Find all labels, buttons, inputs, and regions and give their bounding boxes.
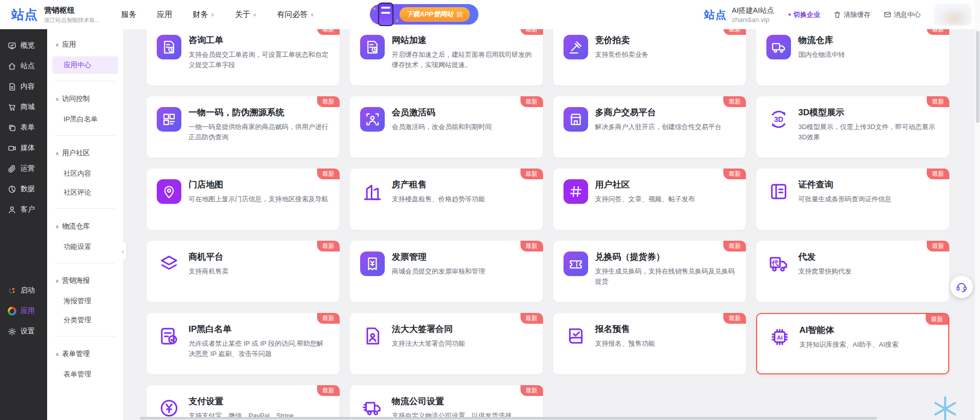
top-menu-item-关于[interactable]: 关于∨ bbox=[235, 10, 257, 19]
sidebar-item-表单[interactable]: 表单 bbox=[0, 117, 47, 138]
customer-service-widget[interactable] bbox=[950, 276, 973, 298]
list-check-icon bbox=[157, 324, 181, 348]
message-center-button[interactable]: 消息中心 bbox=[884, 10, 921, 19]
app-card-报名预售[interactable]: 最新报名预售支持报名、预售功能 bbox=[553, 313, 746, 374]
secondary-sidebar: ‹ ∧应用应用中心∧访问控制IP黑白名单∧用户社区社区内容社区评论∧物流仓库功能… bbox=[47, 29, 123, 420]
sidebar-item-客户[interactable]: 客户 bbox=[0, 199, 47, 220]
sidebar-item-应用[interactable]: 应用 bbox=[0, 301, 47, 321]
app-card-竞价拍卖[interactable]: 最新竞价拍卖支持竞价拍卖业务 bbox=[553, 29, 746, 86]
layers-icon bbox=[159, 254, 179, 274]
sidebar-collapse-button[interactable]: ‹ bbox=[119, 242, 127, 260]
app-card-商机平台[interactable]: 最新商机平台支持商机售卖 bbox=[147, 241, 340, 302]
submenu-section-物流仓库[interactable]: ∧物流仓库 bbox=[47, 216, 123, 237]
app-card-兑换码（提货券）[interactable]: 最新兑换码（提货券）支持生成兑换码，支持在线销售兑换码及兑换码提货 bbox=[553, 241, 746, 302]
document-clock-icon bbox=[157, 35, 181, 59]
app-card-text: 会员激活码会员激活码，改会员组和到期时间 bbox=[392, 106, 533, 132]
app-card-text: 法大大签署合同支持法大大签署合同功能 bbox=[392, 323, 533, 349]
app-card-物流公司设置[interactable]: 最新物流公司设置支持自定义物流公司设置，以供发货选择。 bbox=[350, 385, 543, 420]
storefront-icon bbox=[564, 107, 588, 132]
submenu-item-社区评论[interactable]: 社区评论 bbox=[52, 184, 118, 201]
app-card-房产租售[interactable]: 最新房产租售支持楼盘租售、价格趋势等功能 bbox=[350, 169, 543, 230]
new-badge: 最新 bbox=[317, 169, 340, 179]
submenu-section-用户社区[interactable]: ∧用户社区 bbox=[47, 143, 123, 163]
invoice-icon bbox=[365, 256, 380, 271]
grid-code-icon bbox=[161, 112, 177, 127]
submenu-section-应用[interactable]: ∧应用 bbox=[47, 34, 123, 55]
brand-subtitle: 浙江站点智能技术有... bbox=[44, 16, 99, 24]
submenu-item-IP黑白名单[interactable]: IP黑白名单 bbox=[52, 111, 118, 128]
app-card-title: 物流公司设置 bbox=[392, 395, 533, 407]
chevron-down-icon: ∨ bbox=[211, 12, 214, 17]
app-card-发票管理[interactable]: 最新发票管理商城会员提交的发票审核和管理 bbox=[350, 241, 543, 302]
app-card-text: 物流仓库国内仓物流中转 bbox=[798, 34, 939, 60]
sidebar-item-数据[interactable]: 数据 bbox=[0, 179, 47, 199]
sidebar-item-设置[interactable]: 设置 bbox=[0, 321, 47, 342]
app-card-咨询工单[interactable]: 最新咨询工单支持会员提交工单咨询，可设置工单状态和自定义提交工单字段 bbox=[147, 29, 340, 86]
app-card-description: 可在地图上显示门店信息，支持地区搜索及导航 bbox=[189, 194, 329, 204]
app-card-AI智能体[interactable]: 最新AI智能体支持知识库搜索、AI助手、AI搜索 bbox=[756, 313, 949, 374]
contract-icon bbox=[362, 326, 383, 346]
top-menu-item-应用[interactable]: 应用 bbox=[157, 10, 172, 19]
app-card-3D模型展示[interactable]: 最新3D模型展示3D模型展示，仅需上传3D文件，即可动态展示3D效果 bbox=[756, 96, 949, 158]
paperclip-icon bbox=[8, 164, 16, 173]
app-card-物流仓库[interactable]: 最新物流仓库国内仓物流中转 bbox=[756, 29, 949, 86]
submenu-item-应用中心[interactable]: 应用中心 bbox=[52, 56, 118, 74]
app-card-会员激活码[interactable]: 最新会员激活码会员激活码，改会员组和到期时间 bbox=[350, 96, 543, 158]
submenu-section-title: 应用 bbox=[62, 40, 76, 49]
sidebar-item-启动[interactable]: 启动 bbox=[0, 280, 47, 301]
chevron-down-icon: ∨ bbox=[253, 12, 257, 17]
sidebar-item-概览[interactable]: 概览 bbox=[0, 35, 47, 56]
app-card-title: 法大大签署合同 bbox=[392, 323, 533, 335]
app-card-text: 物流公司设置支持自定义物流公司设置，以供发货选择。 bbox=[392, 395, 533, 420]
grid-code-icon bbox=[157, 107, 181, 132]
app-card-用户社区[interactable]: 最新用户社区支持问答、文章、视频、帖子发布 bbox=[553, 169, 746, 230]
app-card-法大大签署合同[interactable]: 最新法大大签署合同支持法大大签署合同功能 bbox=[350, 313, 543, 374]
submenu-section-访问控制[interactable]: ∧访问控制 bbox=[47, 89, 123, 109]
top-menu-item-有问必答[interactable]: 有问必答∨ bbox=[277, 10, 314, 19]
submenu-item-表单管理[interactable]: 表单管理 bbox=[52, 366, 118, 383]
app-card-text: 3D模型展示3D模型展示，仅需上传3D文件，即可动态展示3D效果 bbox=[798, 106, 939, 142]
submenu-item-功能设置[interactable]: 功能设置 bbox=[52, 238, 118, 256]
clear-cache-button[interactable]: 清除缓存 bbox=[833, 10, 870, 19]
app-window: 站点 营销枢纽 浙江站点智能技术有... 服务应用财务∨关于∨有问必答∨ + +… bbox=[0, 0, 980, 420]
submenu-section-表单管理[interactable]: ∧表单管理 bbox=[47, 344, 123, 364]
app-card-多商户交易平台[interactable]: 最新多商户交易平台解决多商户入驻开店，创建综合性交易平台 bbox=[553, 96, 746, 158]
ticket-icon bbox=[568, 256, 583, 271]
top-right-tools: 站点 AI搭建AI站点 zhandian.vip ▼ 切换企业 清除缓存 消息中… bbox=[704, 0, 972, 29]
sidebar-item-站点[interactable]: 站点 bbox=[0, 56, 47, 76]
app-card-title: 会员激活码 bbox=[392, 107, 533, 118]
sidebar-item-商城[interactable]: 商城 bbox=[0, 97, 47, 117]
app-card-门店地图[interactable]: 最新门店地图可在地图上显示门店信息，支持地区搜索及导航 bbox=[147, 169, 340, 230]
top-menu-label: 关于 bbox=[235, 10, 251, 19]
app-card-IP黑白名单[interactable]: 最新IP黑白名单允许或者禁止某些 IP 或 IP 段的访问,帮助您解决恶意 IP… bbox=[147, 313, 340, 374]
app-card-text: 代发支持窝里快购代发 bbox=[798, 250, 939, 277]
submenu-section-营销海报[interactable]: ∧营销海报 bbox=[47, 270, 123, 291]
app-card-支付设置[interactable]: 最新支付设置支持支付宝、微信、PayPal、Stripe、AsiaPay、抖音支… bbox=[147, 385, 340, 420]
app-card-网站加速[interactable]: 最新网站加速开启缓存加速之后，建站页面将启用我司研发的缓存技术，实现网站提速。 bbox=[350, 29, 543, 86]
switch-company-button[interactable]: ▼ 切换企业 bbox=[787, 10, 820, 19]
app-card-text: 门店地图可在地图上显示门店信息，支持地区搜索及导航 bbox=[189, 178, 329, 204]
home-icon bbox=[8, 62, 16, 71]
avatar[interactable] bbox=[934, 4, 972, 26]
sidebar-item-运营[interactable]: 运营 bbox=[0, 158, 47, 179]
download-app-banner[interactable]: + + 下载APP管网站 bbox=[370, 4, 478, 25]
submenu-section-title: 用户社区 bbox=[62, 149, 90, 158]
sidebar-item-媒体[interactable]: 媒体 bbox=[0, 138, 47, 158]
top-menu-item-服务[interactable]: 服务 bbox=[121, 10, 136, 19]
site-logo: 站点 bbox=[704, 8, 727, 22]
submenu-item-分类管理[interactable]: 分类管理 bbox=[52, 311, 118, 329]
horizontal-scrollbar[interactable] bbox=[123, 417, 980, 420]
download-app-button[interactable]: 下载APP管网站 bbox=[400, 7, 470, 22]
submenu-item-海报管理[interactable]: 海报管理 bbox=[52, 292, 118, 310]
top-menu-item-财务[interactable]: 财务∨ bbox=[193, 10, 214, 19]
app-card-description: 支持竞价拍卖业务 bbox=[595, 50, 736, 60]
current-site: 站点 AI搭建AI站点 zhandian.vip bbox=[704, 6, 774, 24]
vertical-scrollbar[interactable] bbox=[975, 0, 980, 420]
top-menu: 服务应用财务∨关于∨有问必答∨ bbox=[121, 10, 314, 19]
app-card-代发[interactable]: 最新代发支持窝里快购代发 bbox=[756, 241, 949, 302]
new-badge: 最新 bbox=[317, 241, 340, 251]
submenu-item-社区内容[interactable]: 社区内容 bbox=[52, 165, 118, 182]
sidebar-item-内容[interactable]: 内容 bbox=[0, 76, 47, 97]
app-card-证件查询[interactable]: 最新证件查询可批量生成条形码查询证件信息 bbox=[756, 169, 949, 230]
app-card-一物一码，防伪溯源系统[interactable]: 最新一物一码，防伪溯源系统一物一码是提供给商家的商品赋码，供用户进行正品防伪查询 bbox=[147, 96, 340, 158]
